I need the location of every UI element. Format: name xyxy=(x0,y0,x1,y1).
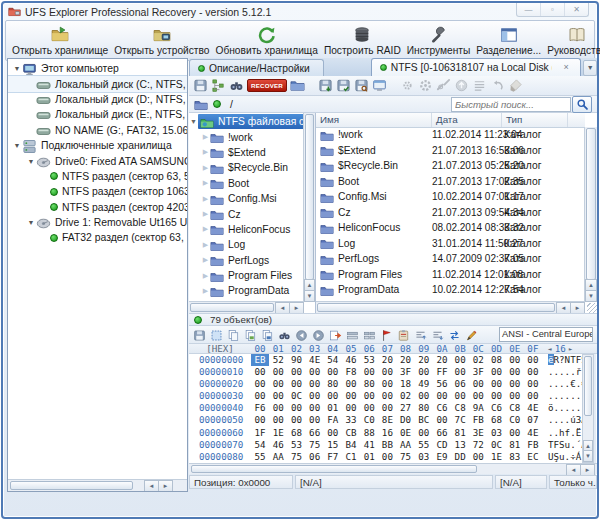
file-list-row[interactable]: Boot21.07.2013 17:02:35Каталог xyxy=(316,174,585,190)
hex-byte[interactable]: 00 xyxy=(524,378,542,390)
hex-byte[interactable]: 00 xyxy=(433,390,451,402)
gear-small-icon[interactable] xyxy=(400,78,415,93)
save-icon[interactable] xyxy=(193,78,208,93)
hex-byte[interactable]: 00 xyxy=(360,402,378,414)
hex-byte[interactable]: E9 xyxy=(433,451,451,463)
resize-grip[interactable] xyxy=(587,303,597,313)
expander-icon[interactable]: ▶ xyxy=(201,148,210,156)
hex-byte[interactable]: 00 xyxy=(287,402,305,414)
scroll-left-icon[interactable]: ◄ xyxy=(144,480,159,492)
hex-byte[interactable]: 54 xyxy=(324,354,342,366)
file-list-row[interactable]: Config.Msi10.02.2014 07:01:17Каталог xyxy=(316,189,585,205)
hex-byte[interactable]: 33 xyxy=(342,414,360,426)
hex-mode-label[interactable]: [HEX] xyxy=(189,343,251,354)
hex-byte[interactable]: 00 xyxy=(378,451,396,463)
hex-byte[interactable]: 55 xyxy=(251,451,269,463)
scroll-right-icon[interactable]: ► xyxy=(289,302,304,313)
hex-byte[interactable]: 00 xyxy=(360,390,378,402)
hex-byte[interactable]: 03 xyxy=(487,427,505,439)
back-icon[interactable] xyxy=(295,328,308,341)
hex-byte[interactable]: 81 xyxy=(506,439,524,451)
hex-byte[interactable]: 02 xyxy=(397,390,415,402)
hex-row[interactable]: 0000005000000000FA33C08ED0BC007CFB68C007… xyxy=(189,414,585,426)
tab-close-icon[interactable]: × xyxy=(560,61,572,75)
storage-panel-hscrollbar[interactable]: ◄ ► xyxy=(8,479,187,491)
expander-icon[interactable]: ▶ xyxy=(201,210,210,218)
hex-byte[interactable]: 75 xyxy=(397,451,415,463)
hex-byte[interactable]: 80 xyxy=(415,402,433,414)
hex-byte[interactable]: 83 xyxy=(506,451,524,463)
hex-byte[interactable]: 15 xyxy=(324,439,342,451)
hscroll-thumb[interactable] xyxy=(317,303,555,312)
expander-icon[interactable]: ▶ xyxy=(201,241,210,249)
storage-tree-item[interactable]: ▼Drive0: Fixed ATA SAMSUNG HD321KJ xyxy=(8,153,187,168)
hex-byte[interactable]: 00 xyxy=(487,378,505,390)
hex-byte[interactable]: 53 xyxy=(287,439,305,451)
hex-byte[interactable]: 00 xyxy=(487,390,505,402)
hex-byte[interactable]: B4 xyxy=(342,439,360,451)
hex-byte[interactable]: 46 xyxy=(269,439,287,451)
hex-byte[interactable]: 00 xyxy=(451,354,469,366)
forward-icon[interactable] xyxy=(312,328,325,341)
hex-byte[interactable]: 00 xyxy=(306,366,324,378)
tab-description-settings[interactable]: Описание/Настройки xyxy=(189,59,324,76)
expander-icon[interactable]: ▼ xyxy=(12,142,22,149)
hex-byte[interactable]: 54 xyxy=(251,439,269,451)
hex-byte[interactable]: 01 xyxy=(360,451,378,463)
hex-byte[interactable]: 1E xyxy=(269,427,287,439)
copy-hex-icon[interactable] xyxy=(244,328,257,341)
hex-byte[interactable]: C6 xyxy=(487,402,505,414)
hex-byte[interactable]: 00 xyxy=(506,390,524,402)
expander-icon[interactable]: ▶ xyxy=(201,225,210,233)
selected-root-highlight[interactable]: NTFS файловая система xyxy=(198,114,304,129)
storage-tree-item[interactable]: ▼Drive 1: Removable Ut165 USB USB2Flash xyxy=(8,215,187,230)
hex-byte[interactable]: 00 xyxy=(251,414,269,426)
hex-byte[interactable]: 08 xyxy=(487,354,505,366)
hex-byte[interactable]: 81 xyxy=(451,427,469,439)
hex-byte[interactable]: 00 xyxy=(506,427,524,439)
hex-byte[interactable]: 20 xyxy=(433,354,451,366)
hex-byte[interactable]: BC xyxy=(415,414,433,426)
hex-vscrollbar[interactable]: ▲ ▼ xyxy=(582,354,594,463)
tab-ntfs-partition[interactable]: NTFS [0-106318107 на Local Disk (C:)] × xyxy=(371,58,581,76)
storage-tree-item[interactable]: Локальный диск (D:, NTFS, 149.73ГБ) xyxy=(8,92,187,107)
hscroll-thumb[interactable] xyxy=(190,303,274,312)
select-block-icon[interactable] xyxy=(210,328,223,341)
hex-byte[interactable]: 80 xyxy=(324,378,342,390)
file-list-vscrollbar[interactable]: ▲ ▼ xyxy=(584,127,597,302)
hex-byte[interactable]: 00 xyxy=(451,390,469,402)
search-button[interactable] xyxy=(572,96,592,113)
hex-editor[interactable]: 00000000EB52904E544653202020200002080000… xyxy=(189,354,585,463)
hex-row[interactable]: 00000000EB52904E544653202020200002080000… xyxy=(189,354,585,366)
hex-byte[interactable]: 01 xyxy=(324,402,342,414)
hex-byte[interactable]: 90 xyxy=(287,354,305,366)
hex-byte[interactable]: 00 xyxy=(378,378,396,390)
folder-tree-item[interactable]: ▶ProgramData xyxy=(189,283,304,298)
expander-icon[interactable]: ▶ xyxy=(201,133,210,141)
scroll-right-icon[interactable]: ► xyxy=(158,480,173,492)
hex-byte[interactable]: 20 xyxy=(415,354,433,366)
hex-byte[interactable]: C6 xyxy=(433,402,451,414)
hex-byte[interactable]: 00 xyxy=(269,414,287,426)
find-icon[interactable] xyxy=(229,78,244,93)
bookmark-flag-icon[interactable] xyxy=(380,328,393,341)
hex-byte[interactable]: 68 xyxy=(487,414,505,426)
hex-byte[interactable]: 00 xyxy=(342,402,360,414)
hex-byte[interactable]: 4E xyxy=(524,427,542,439)
hex-byte[interactable]: 3E xyxy=(469,427,487,439)
vscroll-thumb[interactable] xyxy=(584,356,592,416)
hex-byte[interactable]: 00 xyxy=(524,354,542,366)
manual-button[interactable]: Руководство xyxy=(544,22,600,59)
save-icon[interactable] xyxy=(193,328,206,341)
hex-byte[interactable]: 00 xyxy=(251,366,269,378)
hex-byte[interactable]: 20 xyxy=(378,354,396,366)
storage-tree-item[interactable]: ▼Подключенные хранилища xyxy=(8,138,187,153)
hex-byte[interactable]: F8 xyxy=(342,366,360,378)
scroll-right-icon[interactable]: ► xyxy=(570,302,585,313)
monitor-icon[interactable] xyxy=(372,78,387,93)
hex-byte[interactable]: F6 xyxy=(251,402,269,414)
undo-icon[interactable] xyxy=(490,78,505,93)
hex-byte[interactable]: 00 xyxy=(306,390,324,402)
folder-tree-item[interactable]: ▶Boot xyxy=(189,176,304,191)
folder-tree-vscrollbar[interactable]: ▲ ▼ xyxy=(303,113,315,302)
